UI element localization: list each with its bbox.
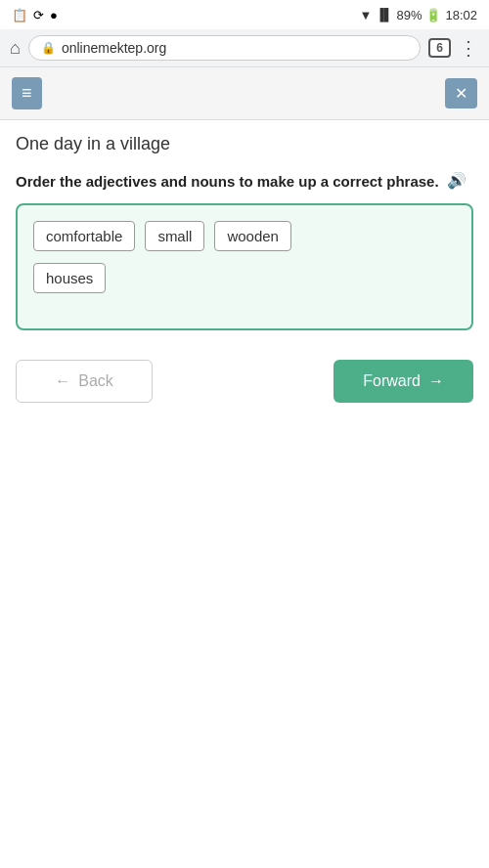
word-row-1: comfortable small wooden [33,221,456,251]
status-left-icons: 📋 ⟳ ● [12,8,58,22]
browser-menu-icon[interactable]: ⋮ [459,36,479,60]
back-label: Back [78,372,113,390]
tab-count[interactable]: 6 [428,38,451,58]
navigation-buttons: ← Back Forward → [0,330,489,422]
sync-icon: ⟳ [33,8,44,22]
main-content: ≡ ✕ One day in a village Order the adjec… [0,67,489,422]
word-tile-small[interactable]: small [145,221,204,251]
word-tile-wooden[interactable]: wooden [214,221,291,251]
question-area: Order the adjectives and nouns to make u… [0,162,489,203]
status-bar: 📋 ⟳ ● ▼ ▐▌ 89% 🔋 18:02 [0,0,489,29]
url-bar[interactable]: 🔒 onlinemektep.org [28,35,421,61]
battery-percent: 89% [396,8,422,22]
url-text: onlinemektep.org [62,40,166,56]
time-display: 18:02 [445,8,477,22]
back-button[interactable]: ← Back [16,360,153,403]
close-button[interactable]: ✕ [445,78,477,108]
forward-arrow-icon: → [428,372,444,390]
word-tile-comfortable[interactable]: comfortable [33,221,135,251]
notification-icon: 📋 [12,8,27,22]
word-tile-houses[interactable]: houses [33,263,106,293]
signal-icon: ● [50,8,58,22]
wifi-icon: ▼ [360,8,373,22]
lock-icon: 🔒 [41,41,56,55]
browser-bar: ⌂ 🔒 onlinemektep.org 6 ⋮ [0,29,489,67]
forward-button[interactable]: Forward → [333,360,473,403]
word-row-2: houses [33,263,456,293]
status-right-info: ▼ ▐▌ 89% 🔋 18:02 [360,8,477,22]
back-arrow-icon: ← [55,372,70,390]
page-title: One day in a village [0,120,489,162]
battery-icon: 🔋 [425,8,441,22]
sound-icon[interactable]: 🔊 [447,170,467,192]
word-box: comfortable small wooden houses [16,203,473,330]
signal-bars-icon: ▐▌ [376,8,392,22]
forward-label: Forward [363,372,421,390]
question-text: Order the adjectives and nouns to make u… [16,170,473,192]
home-icon[interactable]: ⌂ [10,38,21,59]
toolbar: ≡ ✕ [0,67,489,120]
menu-button[interactable]: ≡ [12,77,42,109]
question-label: Order the adjectives and nouns to make u… [16,171,439,192]
